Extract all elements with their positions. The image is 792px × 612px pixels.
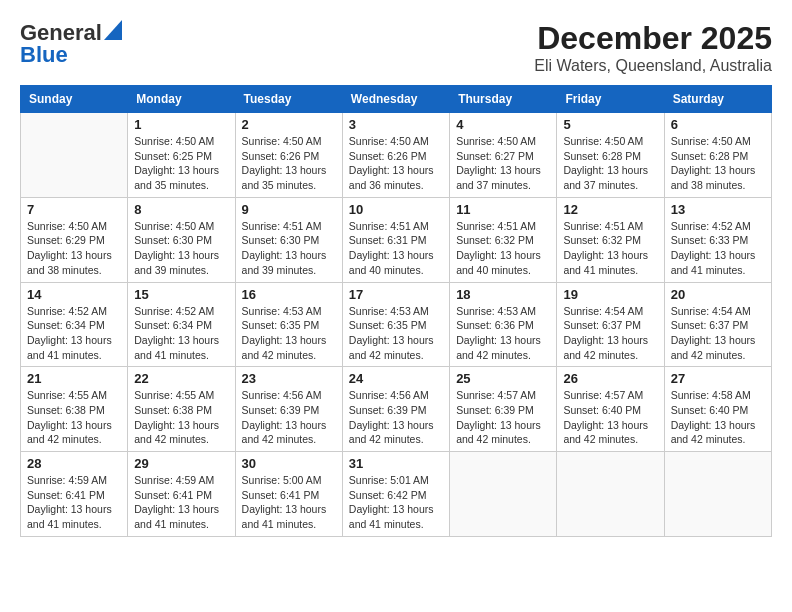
logo: General Blue xyxy=(20,20,122,68)
day-number: 9 xyxy=(242,202,336,217)
header-saturday: Saturday xyxy=(664,86,771,113)
day-number: 2 xyxy=(242,117,336,132)
day-info: Sunrise: 4:53 AM Sunset: 6:35 PM Dayligh… xyxy=(349,304,443,363)
day-info: Sunrise: 4:53 AM Sunset: 6:35 PM Dayligh… xyxy=(242,304,336,363)
day-info: Sunrise: 4:55 AM Sunset: 6:38 PM Dayligh… xyxy=(134,388,228,447)
day-number: 24 xyxy=(349,371,443,386)
calendar-cell: 29Sunrise: 4:59 AM Sunset: 6:41 PM Dayli… xyxy=(128,452,235,537)
day-number: 30 xyxy=(242,456,336,471)
day-number: 7 xyxy=(27,202,121,217)
calendar-cell: 25Sunrise: 4:57 AM Sunset: 6:39 PM Dayli… xyxy=(450,367,557,452)
header-monday: Monday xyxy=(128,86,235,113)
day-number: 17 xyxy=(349,287,443,302)
day-number: 4 xyxy=(456,117,550,132)
calendar-cell: 16Sunrise: 4:53 AM Sunset: 6:35 PM Dayli… xyxy=(235,282,342,367)
calendar-cell xyxy=(21,113,128,198)
svg-marker-0 xyxy=(104,20,122,40)
day-number: 28 xyxy=(27,456,121,471)
day-info: Sunrise: 4:50 AM Sunset: 6:29 PM Dayligh… xyxy=(27,219,121,278)
calendar-cell: 6Sunrise: 4:50 AM Sunset: 6:28 PM Daylig… xyxy=(664,113,771,198)
day-number: 18 xyxy=(456,287,550,302)
day-info: Sunrise: 4:52 AM Sunset: 6:34 PM Dayligh… xyxy=(27,304,121,363)
calendar-week-3: 14Sunrise: 4:52 AM Sunset: 6:34 PM Dayli… xyxy=(21,282,772,367)
day-info: Sunrise: 4:50 AM Sunset: 6:28 PM Dayligh… xyxy=(671,134,765,193)
header-friday: Friday xyxy=(557,86,664,113)
day-number: 1 xyxy=(134,117,228,132)
day-info: Sunrise: 5:01 AM Sunset: 6:42 PM Dayligh… xyxy=(349,473,443,532)
calendar-header-row: SundayMondayTuesdayWednesdayThursdayFrid… xyxy=(21,86,772,113)
month-year-title: December 2025 xyxy=(534,20,772,57)
day-number: 6 xyxy=(671,117,765,132)
day-number: 25 xyxy=(456,371,550,386)
header-wednesday: Wednesday xyxy=(342,86,449,113)
calendar-cell: 21Sunrise: 4:55 AM Sunset: 6:38 PM Dayli… xyxy=(21,367,128,452)
day-info: Sunrise: 4:59 AM Sunset: 6:41 PM Dayligh… xyxy=(134,473,228,532)
calendar-cell: 5Sunrise: 4:50 AM Sunset: 6:28 PM Daylig… xyxy=(557,113,664,198)
day-info: Sunrise: 4:55 AM Sunset: 6:38 PM Dayligh… xyxy=(27,388,121,447)
calendar-cell: 13Sunrise: 4:52 AM Sunset: 6:33 PM Dayli… xyxy=(664,197,771,282)
day-number: 19 xyxy=(563,287,657,302)
day-number: 16 xyxy=(242,287,336,302)
day-info: Sunrise: 4:50 AM Sunset: 6:30 PM Dayligh… xyxy=(134,219,228,278)
day-info: Sunrise: 4:56 AM Sunset: 6:39 PM Dayligh… xyxy=(349,388,443,447)
calendar-cell: 22Sunrise: 4:55 AM Sunset: 6:38 PM Dayli… xyxy=(128,367,235,452)
day-info: Sunrise: 4:50 AM Sunset: 6:26 PM Dayligh… xyxy=(242,134,336,193)
day-info: Sunrise: 4:50 AM Sunset: 6:28 PM Dayligh… xyxy=(563,134,657,193)
calendar-cell: 20Sunrise: 4:54 AM Sunset: 6:37 PM Dayli… xyxy=(664,282,771,367)
day-number: 11 xyxy=(456,202,550,217)
calendar-cell: 15Sunrise: 4:52 AM Sunset: 6:34 PM Dayli… xyxy=(128,282,235,367)
calendar-cell: 7Sunrise: 4:50 AM Sunset: 6:29 PM Daylig… xyxy=(21,197,128,282)
day-number: 22 xyxy=(134,371,228,386)
calendar-cell: 14Sunrise: 4:52 AM Sunset: 6:34 PM Dayli… xyxy=(21,282,128,367)
day-info: Sunrise: 4:51 AM Sunset: 6:32 PM Dayligh… xyxy=(456,219,550,278)
header-tuesday: Tuesday xyxy=(235,86,342,113)
logo-icon xyxy=(104,20,122,40)
day-info: Sunrise: 4:51 AM Sunset: 6:32 PM Dayligh… xyxy=(563,219,657,278)
day-number: 14 xyxy=(27,287,121,302)
logo-text-blue: Blue xyxy=(20,42,68,68)
day-number: 8 xyxy=(134,202,228,217)
calendar-cell: 24Sunrise: 4:56 AM Sunset: 6:39 PM Dayli… xyxy=(342,367,449,452)
day-number: 27 xyxy=(671,371,765,386)
calendar-cell: 23Sunrise: 4:56 AM Sunset: 6:39 PM Dayli… xyxy=(235,367,342,452)
day-info: Sunrise: 4:50 AM Sunset: 6:26 PM Dayligh… xyxy=(349,134,443,193)
day-info: Sunrise: 4:54 AM Sunset: 6:37 PM Dayligh… xyxy=(671,304,765,363)
day-info: Sunrise: 4:57 AM Sunset: 6:39 PM Dayligh… xyxy=(456,388,550,447)
calendar-cell: 10Sunrise: 4:51 AM Sunset: 6:31 PM Dayli… xyxy=(342,197,449,282)
day-info: Sunrise: 4:56 AM Sunset: 6:39 PM Dayligh… xyxy=(242,388,336,447)
day-info: Sunrise: 4:50 AM Sunset: 6:25 PM Dayligh… xyxy=(134,134,228,193)
calendar-cell xyxy=(557,452,664,537)
calendar-cell: 11Sunrise: 4:51 AM Sunset: 6:32 PM Dayli… xyxy=(450,197,557,282)
calendar-cell: 9Sunrise: 4:51 AM Sunset: 6:30 PM Daylig… xyxy=(235,197,342,282)
calendar-table: SundayMondayTuesdayWednesdayThursdayFrid… xyxy=(20,85,772,537)
calendar-week-5: 28Sunrise: 4:59 AM Sunset: 6:41 PM Dayli… xyxy=(21,452,772,537)
calendar-week-1: 1Sunrise: 4:50 AM Sunset: 6:25 PM Daylig… xyxy=(21,113,772,198)
calendar-cell: 26Sunrise: 4:57 AM Sunset: 6:40 PM Dayli… xyxy=(557,367,664,452)
calendar-cell xyxy=(664,452,771,537)
title-section: December 2025 Eli Waters, Queensland, Au… xyxy=(534,20,772,75)
header-thursday: Thursday xyxy=(450,86,557,113)
calendar-cell: 3Sunrise: 4:50 AM Sunset: 6:26 PM Daylig… xyxy=(342,113,449,198)
calendar-week-2: 7Sunrise: 4:50 AM Sunset: 6:29 PM Daylig… xyxy=(21,197,772,282)
calendar-week-4: 21Sunrise: 4:55 AM Sunset: 6:38 PM Dayli… xyxy=(21,367,772,452)
day-info: Sunrise: 4:58 AM Sunset: 6:40 PM Dayligh… xyxy=(671,388,765,447)
day-number: 23 xyxy=(242,371,336,386)
day-info: Sunrise: 4:59 AM Sunset: 6:41 PM Dayligh… xyxy=(27,473,121,532)
day-number: 5 xyxy=(563,117,657,132)
calendar-cell: 18Sunrise: 4:53 AM Sunset: 6:36 PM Dayli… xyxy=(450,282,557,367)
day-info: Sunrise: 4:52 AM Sunset: 6:33 PM Dayligh… xyxy=(671,219,765,278)
page-header: General Blue December 2025 Eli Waters, Q… xyxy=(20,20,772,75)
calendar-cell: 27Sunrise: 4:58 AM Sunset: 6:40 PM Dayli… xyxy=(664,367,771,452)
calendar-cell: 8Sunrise: 4:50 AM Sunset: 6:30 PM Daylig… xyxy=(128,197,235,282)
calendar-cell: 4Sunrise: 4:50 AM Sunset: 6:27 PM Daylig… xyxy=(450,113,557,198)
calendar-cell: 1Sunrise: 4:50 AM Sunset: 6:25 PM Daylig… xyxy=(128,113,235,198)
day-number: 15 xyxy=(134,287,228,302)
day-number: 26 xyxy=(563,371,657,386)
calendar-cell: 28Sunrise: 4:59 AM Sunset: 6:41 PM Dayli… xyxy=(21,452,128,537)
day-info: Sunrise: 5:00 AM Sunset: 6:41 PM Dayligh… xyxy=(242,473,336,532)
calendar-cell: 12Sunrise: 4:51 AM Sunset: 6:32 PM Dayli… xyxy=(557,197,664,282)
day-number: 10 xyxy=(349,202,443,217)
day-info: Sunrise: 4:51 AM Sunset: 6:30 PM Dayligh… xyxy=(242,219,336,278)
day-number: 31 xyxy=(349,456,443,471)
day-number: 13 xyxy=(671,202,765,217)
